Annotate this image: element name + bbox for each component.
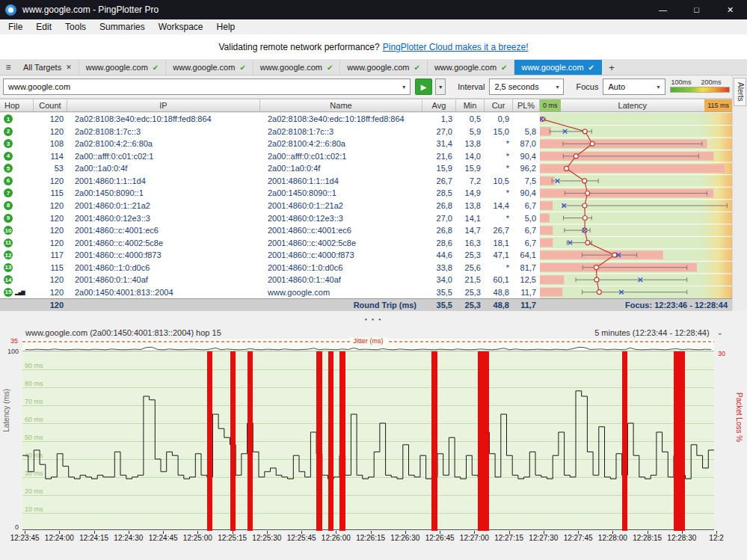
menu-item-workspace[interactable]: Workspace <box>152 19 210 34</box>
summary-avg: 35,5 <box>422 299 456 311</box>
target-combobox[interactable]: www.google.com ▾ <box>3 79 411 95</box>
pl-cell: 7,5 <box>513 175 540 188</box>
x-label: 12:26:30 <box>388 534 422 542</box>
pl-cell: 87,0 <box>513 138 540 150</box>
min-cell: 14,0 <box>456 150 485 163</box>
name-cell: 2001:4860:0:1::21a2 <box>260 200 422 212</box>
name-cell: 2a02:8108:3e40:edc:10:18ff:fed8:864 <box>260 113 422 126</box>
tab-bar: ≡ All Targets ✕ www.google.com✔www.googl… <box>0 60 747 76</box>
legend-200ms-label: 200ms <box>701 79 722 86</box>
pl-cell: 5,8 <box>513 126 540 138</box>
focus-select[interactable]: Auto ▾ <box>603 79 665 95</box>
menu-item-help[interactable]: Help <box>210 19 242 34</box>
target-tab[interactable]: www.google.com✔ <box>79 60 167 75</box>
menu-item-tools[interactable]: Tools <box>58 19 93 34</box>
check-icon: ✔ <box>239 64 245 72</box>
hop-number-badge: 7 <box>4 188 13 197</box>
target-tab-active[interactable]: www.google.com✔ <box>514 60 602 75</box>
new-tab-button[interactable]: + <box>602 60 621 75</box>
target-tab[interactable]: www.google.com✔ <box>428 60 515 75</box>
x-label: 12:26:45 <box>422 534 457 542</box>
minimize-button[interactable]: — <box>646 0 680 19</box>
hop-cell: 1 <box>0 113 34 126</box>
maximize-icon: □ <box>694 5 699 14</box>
hop-number-badge: 14 <box>4 275 13 284</box>
chevron-down-icon[interactable]: ▾ <box>398 84 410 90</box>
min-cell: 13,8 <box>456 138 485 150</box>
pl-cell: 90,4 <box>513 187 540 200</box>
avg-cell: 44,6 <box>422 249 456 262</box>
min-cell: 14,1 <box>456 212 485 224</box>
legend-100ms-label: 100ms <box>671 79 692 86</box>
header-count[interactable]: Count <box>34 99 67 111</box>
header-min[interactable]: Min <box>456 99 485 111</box>
count-cell: 115 <box>34 187 67 200</box>
avg-cell: 35,5 <box>422 286 456 298</box>
count-cell: 120 <box>34 212 67 224</box>
avg-cell: 26,7 <box>422 175 456 188</box>
target-tab[interactable]: www.google.com✔ <box>340 60 428 75</box>
ip-cell: 2a00:1450:4001:813::2004 <box>67 286 260 298</box>
start-trace-button[interactable]: ▶ <box>415 79 432 95</box>
x-label: 12:26:15 <box>354 534 388 542</box>
avg-cell: 27,0 <box>422 126 456 138</box>
x-label: 12:27:00 <box>457 534 491 542</box>
ip-cell: 2001:4860:0:1::21a2 <box>67 200 260 212</box>
x-label: 12:28:00 <box>595 534 630 542</box>
header-name[interactable]: Name <box>260 99 422 111</box>
cur-cell: 0,9 <box>485 113 513 126</box>
target-tab[interactable]: www.google.com✔ <box>253 60 341 75</box>
avg-cell: 15,9 <box>422 162 456 175</box>
header-ip[interactable]: IP <box>67 99 260 111</box>
name-cell: 2001:4860::1:0:d0c6 <box>260 261 422 274</box>
jitter-axis-max: 35 <box>10 337 18 345</box>
avg-cell: 21,6 <box>422 150 456 163</box>
hop-cell: 13 <box>0 261 34 274</box>
interval-select[interactable]: 2,5 seconds ▾ <box>489 79 564 95</box>
hop-cell: 10 <box>0 224 34 237</box>
hop-number-badge: 8 <box>4 201 13 210</box>
hop-number-badge: 10 <box>4 226 13 235</box>
hop-number-badge: 11 <box>4 239 13 247</box>
header-hop[interactable]: Hop <box>0 99 34 111</box>
hop-number-badge: 12 <box>4 250 13 259</box>
target-tab[interactable]: www.google.com✔ <box>166 60 253 75</box>
jitter-plot: Jitter (ms) <box>22 339 714 351</box>
chevron-down-icon[interactable]: ▾ <box>551 84 563 90</box>
pl-cell: 6,7 <box>513 236 540 249</box>
avg-cell: 1,3 <box>422 113 456 126</box>
tab-close-icon[interactable]: ✕ <box>66 64 72 71</box>
targets-list-icon[interactable]: ≡ <box>0 60 16 75</box>
cur-cell: 10,5 <box>485 175 513 188</box>
alerts-side-tab[interactable]: Alerts <box>734 78 746 106</box>
min-cell: 14,7 <box>456 224 485 237</box>
cur-cell: 18,1 <box>485 236 513 249</box>
chevron-down-icon[interactable]: ⌄ <box>717 329 723 336</box>
min-cell: 0,5 <box>456 113 485 126</box>
maximize-button[interactable]: □ <box>680 0 713 19</box>
cur-cell: * <box>485 138 513 150</box>
chevron-down-icon[interactable]: ▾ <box>653 84 665 90</box>
timeline-range-selector[interactable]: 5 minutes (12:23:44 - 12:28:44) <box>594 328 709 337</box>
timeline-plot[interactable]: 90 ms80 ms70 ms60 ms50 ms40 ms30 ms20 ms… <box>22 351 714 530</box>
menu-item-file[interactable]: File <box>1 19 29 34</box>
header-cur[interactable]: Cur <box>485 99 513 111</box>
avg-cell: 26,8 <box>422 224 456 237</box>
x-label: 12:24:15 <box>77 534 111 542</box>
summary-hop-cell <box>0 299 34 311</box>
hop-number-badge: 5 <box>4 164 13 173</box>
menu-item-summaries[interactable]: Summaries <box>93 19 152 34</box>
banner-link[interactable]: PingPlotter Cloud makes it a breeze! <box>383 42 529 52</box>
menu-item-edit[interactable]: Edit <box>29 19 58 34</box>
summary-pl: 11,7 <box>513 299 540 311</box>
tab-label: www.google.com <box>173 63 235 72</box>
all-targets-tab[interactable]: All Targets ✕ <box>16 60 79 75</box>
close-button[interactable]: ✕ <box>713 0 747 19</box>
header-pl[interactable]: PL% <box>513 99 540 111</box>
pane-splitter-handle[interactable]: ● ● ● <box>0 311 747 327</box>
tab-strip: www.google.com✔www.google.com✔www.google… <box>79 60 602 75</box>
header-avg[interactable]: Avg <box>422 99 456 111</box>
summary-count: 120 <box>34 299 67 311</box>
start-options-dropdown[interactable]: ▾ <box>435 79 446 95</box>
check-icon: ✔ <box>327 64 333 72</box>
